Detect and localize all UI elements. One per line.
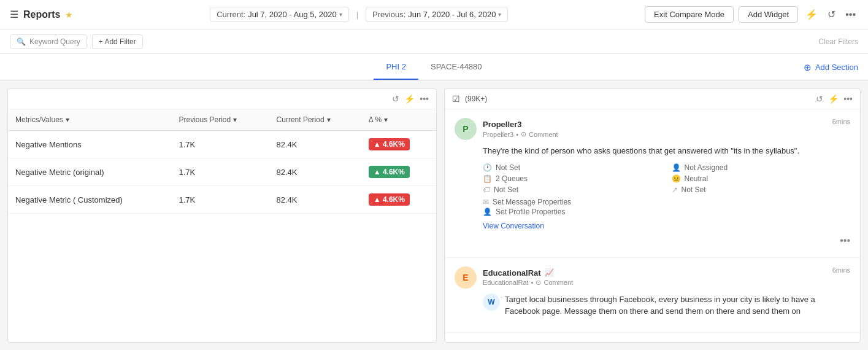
tabs-center: PHI 2 SPACE-44880 bbox=[374, 55, 494, 80]
col-current[interactable]: Current Period ▾ bbox=[269, 109, 361, 131]
table-row: Negative Metric ( Customized)1.7K82.4K▲ … bbox=[8, 186, 436, 214]
count-badge: (99K+) bbox=[465, 95, 487, 103]
user-details: EducationalRat 📈 EducationalRat • ⊙ Comm… bbox=[483, 268, 573, 287]
add-widget-button[interactable]: Add Widget bbox=[739, 6, 798, 23]
feed-more-btn[interactable]: ••• bbox=[840, 235, 850, 246]
view-conversation-link[interactable]: View Conversation bbox=[483, 221, 850, 230]
meta-item: 😐 Neutral bbox=[672, 174, 851, 183]
avatar: P bbox=[455, 118, 477, 140]
meta-item: 👤 Not Assigned bbox=[672, 163, 851, 172]
more-options-btn[interactable]: ••• bbox=[843, 7, 858, 23]
keyword-placeholder: Keyword Query bbox=[29, 37, 80, 46]
time-stamp2: 6mins bbox=[832, 266, 850, 274]
message-props-icon: ✉ bbox=[483, 198, 489, 206]
meta-not-set: Not Set bbox=[496, 163, 520, 172]
current-period-value: Jul 7, 2020 - Aug 5, 2020 bbox=[248, 10, 337, 19]
main-content: ↺ ⚡ ••• Metrics/Values ▾ Previous Period bbox=[0, 81, 868, 350]
set-profile-label: Set Profile Properties bbox=[496, 208, 565, 216]
add-filter-button[interactable]: + Add Filter bbox=[92, 34, 143, 49]
set-message-props[interactable]: ✉ Set Message Properties bbox=[483, 198, 850, 206]
table-row: Negative Metric (original)1.7K82.4K▲ 4.6… bbox=[8, 158, 436, 186]
left-panel: ↺ ⚡ ••• Metrics/Values ▾ Previous Period bbox=[7, 88, 437, 343]
add-section-button[interactable]: ⊕ Add Section bbox=[804, 62, 858, 73]
feed-type2: Comment bbox=[543, 279, 573, 286]
clear-filters-btn[interactable]: Clear Filters bbox=[818, 37, 858, 46]
tabs-bar: PHI 2 SPACE-44880 ⊕ Add Section bbox=[0, 54, 868, 81]
left-filter-btn[interactable]: ⚡ bbox=[404, 94, 415, 104]
filter-icon-btn[interactable]: ⚡ bbox=[803, 6, 820, 23]
exit-compare-button[interactable]: Exit Compare Mode bbox=[645, 6, 734, 23]
metrics-table: Metrics/Values ▾ Previous Period ▾ Curre… bbox=[8, 109, 436, 214]
star-icon[interactable]: ★ bbox=[65, 10, 73, 20]
refresh-icon-btn[interactable]: ↺ bbox=[825, 6, 838, 23]
col-delta-chevron: ▾ bbox=[384, 115, 388, 124]
current-value: 82.4K bbox=[269, 186, 361, 214]
period-separator: | bbox=[356, 10, 358, 19]
checkbox-icon[interactable]: ☑ bbox=[452, 94, 460, 104]
tab-space44880[interactable]: SPACE-44880 bbox=[418, 55, 494, 80]
keyword-search[interactable]: 🔍 Keyword Query bbox=[10, 34, 87, 49]
username: EducationalRat bbox=[483, 268, 541, 278]
tag-icon: 🏷 bbox=[483, 185, 490, 194]
right-more-btn[interactable]: ••• bbox=[843, 94, 853, 104]
right-panel-toolbar: ☑ (99K+) ↺ ⚡ ••• bbox=[445, 89, 860, 109]
meta-neutral: Neutral bbox=[685, 174, 709, 183]
right-toolbar-right: ↺ ⚡ ••• bbox=[816, 94, 853, 104]
current-value: 82.4K bbox=[269, 158, 361, 186]
feed-item: E EducationalRat 📈 EducationalRat • ⊙ Co… bbox=[445, 258, 860, 333]
top-nav: ☰ Reports ★ Current: Jul 7, 2020 - Aug 5… bbox=[0, 0, 868, 29]
col-metrics-chevron: ▾ bbox=[66, 115, 69, 124]
app-title: Reports bbox=[23, 9, 60, 20]
feed-item-more: ••• bbox=[455, 233, 850, 249]
col-current-chevron: ▾ bbox=[327, 115, 331, 124]
col-previous-chevron: ▾ bbox=[233, 115, 237, 124]
left-refresh-btn[interactable]: ↺ bbox=[392, 94, 399, 104]
col-metrics[interactable]: Metrics/Values ▾ bbox=[8, 109, 171, 131]
trend-icon: 📈 bbox=[545, 268, 554, 277]
previous-chevron-icon: ▾ bbox=[498, 11, 501, 18]
sentiment-icon: 😐 bbox=[672, 174, 681, 183]
right-refresh-btn[interactable]: ↺ bbox=[816, 94, 823, 104]
feed-meta: 🕐 Not Set 👤 Not Assigned 📋 2 Queues 😐 Ne… bbox=[483, 163, 850, 194]
tab-phi2[interactable]: PHI 2 bbox=[374, 55, 418, 80]
previous-value: 1.7K bbox=[171, 158, 269, 186]
metric-name: Negative Metric (original) bbox=[8, 158, 171, 186]
feed-type: Comment bbox=[529, 131, 558, 138]
set-profile-props[interactable]: 👤 Set Profile Properties bbox=[483, 208, 850, 216]
hamburger-icon[interactable]: ☰ bbox=[10, 9, 18, 20]
previous-period-dropdown[interactable]: Previous: Jun 7, 2020 - Jul 6, 2020 ▾ bbox=[366, 7, 508, 22]
meta-not-set2: Not Set bbox=[494, 185, 518, 194]
delta-value: ▲ 4.6K% bbox=[361, 131, 436, 158]
avatar: E bbox=[455, 266, 477, 289]
right-toolbar-left: ☑ (99K+) bbox=[452, 94, 487, 104]
previous-value: 1.7K bbox=[171, 186, 269, 214]
clock-icon: 🕐 bbox=[483, 163, 492, 172]
comment-icon: ⊙ bbox=[521, 130, 526, 138]
meta-item: 🕐 Not Set bbox=[483, 163, 662, 172]
user-sub: Propeller3 • ⊙ Comment bbox=[483, 130, 558, 138]
meta-item: ↗ Not Set bbox=[672, 185, 851, 194]
nav-center: Current: Jul 7, 2020 - Aug 5, 2020 ▾ | P… bbox=[210, 7, 508, 22]
avatar-w: W bbox=[483, 294, 500, 311]
user-icon: 👤 bbox=[672, 163, 681, 172]
nav-left: ☰ Reports ★ bbox=[10, 9, 73, 20]
current-label: Current: bbox=[217, 10, 245, 19]
filter-bar-left: 🔍 Keyword Query + Add Filter bbox=[10, 34, 143, 49]
metric-name: Negative Metric ( Customized) bbox=[8, 186, 171, 214]
current-period-dropdown[interactable]: Current: Jul 7, 2020 - Aug 5, 2020 ▾ bbox=[210, 7, 349, 22]
time-stamp: 6mins bbox=[832, 118, 850, 125]
feed-user-info: E EducationalRat 📈 EducationalRat • ⊙ Co… bbox=[455, 266, 573, 289]
add-section-icon: ⊕ bbox=[804, 62, 812, 73]
right-filter-btn[interactable]: ⚡ bbox=[828, 94, 839, 104]
search-icon: 🔍 bbox=[17, 37, 26, 46]
username-sub2: EducationalRat bbox=[483, 279, 529, 286]
meta-not-set3: Not Set bbox=[682, 185, 706, 194]
current-value: 82.4K bbox=[269, 131, 361, 158]
delta-value: ▲ 4.6K% bbox=[361, 158, 436, 186]
col-delta[interactable]: Δ % ▾ bbox=[361, 109, 436, 131]
filter-bar: 🔍 Keyword Query + Add Filter Clear Filte… bbox=[0, 29, 868, 54]
left-more-btn[interactable]: ••• bbox=[420, 94, 429, 104]
feed-message2: Target local businesses through Facebook… bbox=[505, 294, 850, 317]
left-panel-toolbar: ↺ ⚡ ••• bbox=[8, 89, 436, 109]
col-previous[interactable]: Previous Period ▾ bbox=[171, 109, 269, 131]
